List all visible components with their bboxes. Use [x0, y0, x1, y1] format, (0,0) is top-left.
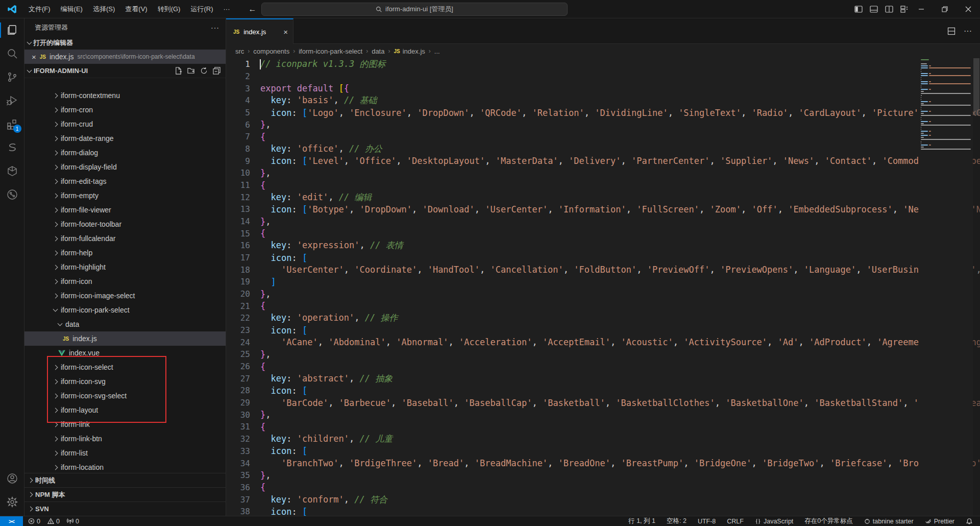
- code-line-20[interactable]: 20},: [226, 288, 980, 300]
- sidebar-more-actions-icon[interactable]: ···: [211, 23, 219, 32]
- scrollbar-thumb[interactable]: [973, 58, 979, 115]
- status-right-2[interactable]: UTF-8: [698, 518, 716, 525]
- new-folder-icon[interactable]: [187, 67, 195, 75]
- tree-item-iform-icon-park-select[interactable]: iform-icon-park-select: [24, 303, 226, 317]
- tab-index-js[interactable]: JS index.js ×: [226, 18, 293, 44]
- section-SVN[interactable]: SVN: [24, 501, 226, 516]
- code-line-26[interactable]: 26{: [226, 361, 980, 373]
- code-line-16[interactable]: 16 key: 'expression', // 表情: [226, 240, 980, 252]
- status-right-7[interactable]: Prettier: [925, 518, 954, 525]
- code-line-15[interactable]: 15{: [226, 227, 980, 240]
- breadcrumb-item[interactable]: data: [372, 47, 384, 55]
- tree-item-iform-link-btn[interactable]: iform-link-btn: [24, 432, 226, 446]
- code-line-32[interactable]: 32 key: 'children', // 儿童: [226, 433, 980, 445]
- menu-item-6[interactable]: ···: [218, 1, 235, 18]
- toggle-secondary-sidebar-icon[interactable]: [885, 5, 893, 13]
- code-line-19[interactable]: 19 ]: [226, 276, 980, 288]
- open-editors-header[interactable]: 打开的编辑器: [24, 36, 226, 50]
- tree-item-iform-icon[interactable]: iform-icon: [24, 274, 226, 289]
- code-line-3[interactable]: 3export default [{: [226, 82, 980, 94]
- menu-item-5[interactable]: 运行(R): [185, 1, 218, 18]
- status-right-8[interactable]: [966, 518, 973, 525]
- refresh-icon[interactable]: [200, 67, 208, 75]
- tree-item-iform-location[interactable]: iform-location: [24, 460, 226, 474]
- tree-item-iform-icon-select[interactable]: iform-icon-select: [24, 360, 226, 374]
- toggle-sidebar-icon[interactable]: [854, 5, 863, 13]
- code-line-38[interactable]: 38 icon: [: [226, 506, 980, 516]
- tree-item-iform-dialog[interactable]: iform-dialog: [24, 146, 226, 160]
- customize-layout-icon[interactable]: [900, 5, 909, 13]
- activity-account-icon[interactable]: [0, 467, 24, 490]
- tree-item-iform-icon-image-select[interactable]: iform-icon-image-select: [24, 289, 226, 303]
- code-line-13[interactable]: 13 icon: ['Botype', 'DropDown', 'Downloa…: [226, 203, 980, 216]
- breadcrumb-item[interactable]: JS index.js: [394, 47, 425, 55]
- activity-cube-icon[interactable]: [0, 159, 24, 183]
- menu-item-0[interactable]: 文件(F): [23, 1, 56, 18]
- code-line-28[interactable]: 28 icon: [: [226, 385, 980, 397]
- tree-item-iform-edit-tags[interactable]: iform-edit-tags: [24, 174, 226, 188]
- status-right-5[interactable]: 存在0个异常标点: [804, 517, 852, 525]
- open-editor-item[interactable]: ×JSindex.jssrc\components\iform-icon-par…: [24, 50, 226, 64]
- code-line-30[interactable]: 30},: [226, 409, 980, 421]
- remote-indicator[interactable]: ><: [0, 516, 23, 526]
- tree-item-iform-list[interactable]: iform-list: [24, 446, 226, 460]
- code-line-17[interactable]: 17 icon: [: [226, 252, 980, 264]
- vertical-scrollbar[interactable]: [973, 58, 980, 516]
- code-line-18[interactable]: 18 'UserCenter', 'Coordinate', 'HandTool…: [226, 264, 980, 276]
- tab-close-icon[interactable]: ×: [283, 28, 288, 36]
- tree-item-iform-empty[interactable]: iform-empty: [24, 188, 226, 203]
- minimize-button[interactable]: [910, 0, 933, 18]
- code-line-4[interactable]: 4 key: 'basis', // 基础: [226, 94, 980, 107]
- close-button[interactable]: [957, 0, 980, 18]
- status-right-6[interactable]: tabnine starter: [864, 518, 914, 525]
- tree-item-iform-display-field[interactable]: iform-display-field: [24, 160, 226, 174]
- code-line-22[interactable]: 22 key: 'operation', // 操作: [226, 312, 980, 324]
- code-line-5[interactable]: 5 icon: ['Logo', 'Enclosure', 'DropDown'…: [226, 107, 980, 119]
- breadcrumb-item[interactable]: src: [235, 47, 244, 55]
- toggle-panel-icon[interactable]: [870, 5, 878, 13]
- activity-svn-circle-icon[interactable]: [0, 183, 24, 206]
- code-line-12[interactable]: 12 key: 'edit', // 编辑: [226, 191, 980, 203]
- code-line-8[interactable]: 8 key: 'office', // 办公: [226, 143, 980, 155]
- status-broadcast[interactable]: 0: [67, 518, 79, 525]
- code-line-24[interactable]: 24 'ACane', 'Abdominal', 'Abnormal', 'Ac…: [226, 336, 980, 348]
- minimap[interactable]: [919, 58, 973, 516]
- code-line-35[interactable]: 35},: [226, 469, 980, 482]
- tree-item-iform-footer-toolbar[interactable]: iform-footer-toolbar: [24, 217, 226, 231]
- editor-more-actions-icon[interactable]: ···: [964, 27, 972, 36]
- status-right-1[interactable]: 空格: 2: [667, 517, 687, 525]
- collapse-all-icon[interactable]: [213, 67, 220, 75]
- menu-item-2[interactable]: 选择(S): [88, 1, 120, 18]
- tree-item-iform-cron[interactable]: iform-cron: [24, 103, 226, 117]
- close-icon[interactable]: ×: [32, 53, 36, 61]
- activity-iconfont-s-icon[interactable]: [0, 136, 24, 159]
- tree-item-index.vue[interactable]: index.vue: [24, 346, 226, 360]
- command-center-search[interactable]: iform-admin-ui [管理员]: [261, 3, 568, 16]
- code-line-1[interactable]: 1// iconpark v1.3.3 的图标: [226, 58, 980, 70]
- activity-source-control-icon[interactable]: [0, 65, 24, 89]
- tree-item-iform-icon-svg-select[interactable]: iform-icon-svg-select: [24, 389, 226, 403]
- code-line-23[interactable]: 23 icon: [: [226, 324, 980, 337]
- code-line-10[interactable]: 10},: [226, 167, 980, 179]
- nav-back-icon[interactable]: ←: [248, 5, 256, 14]
- menu-item-4[interactable]: 转到(G): [153, 1, 186, 18]
- code-area[interactable]: 1// iconpark v1.3.3 的图标23export default …: [226, 58, 980, 516]
- tree-item-data[interactable]: data: [24, 317, 226, 331]
- activity-run-debug-icon[interactable]: [0, 89, 24, 112]
- tree-item-iform-highlight[interactable]: iform-highlight: [24, 260, 226, 274]
- tree-item-iform-icon-svg[interactable]: iform-icon-svg: [24, 374, 226, 389]
- tree-item-index.js[interactable]: JSindex.js: [24, 331, 226, 346]
- code-line-6[interactable]: 6},: [226, 118, 980, 131]
- code-line-31[interactable]: 31{: [226, 421, 980, 433]
- menu-item-1[interactable]: 编辑(E): [56, 1, 88, 18]
- tree-item-iform-help[interactable]: iform-help: [24, 246, 226, 260]
- status-right-0[interactable]: 行 1, 列 1: [628, 517, 655, 525]
- code-line-9[interactable]: 9 icon: ['Level', 'Office', 'DesktopLayo…: [226, 155, 980, 167]
- code-line-37[interactable]: 37 key: 'conform', // 符合: [226, 493, 980, 506]
- status-warnings[interactable]: 0: [47, 518, 60, 525]
- split-editor-icon[interactable]: [947, 27, 955, 35]
- code-line-33[interactable]: 33 icon: [: [226, 445, 980, 458]
- activity-extensions-icon[interactable]: 1: [0, 112, 24, 136]
- code-line-21[interactable]: 21{: [226, 300, 980, 312]
- section-时间线[interactable]: 时间线: [24, 473, 226, 487]
